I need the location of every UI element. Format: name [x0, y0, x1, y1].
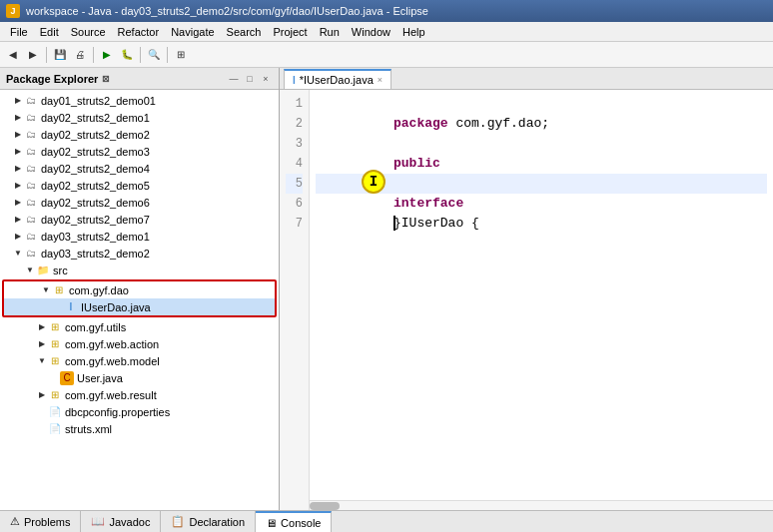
code-line-6: } — [316, 194, 767, 214]
toolbar-back-btn[interactable]: ◀ — [4, 46, 22, 64]
menu-file[interactable]: File — [4, 25, 34, 39]
toolbar-print-btn[interactable]: 🖨 — [71, 46, 89, 64]
maximize-panel-btn[interactable]: □ — [243, 72, 257, 86]
tree-item-day02-1[interactable]: ▶ 🗂 day02_struts2_demo1 — [0, 109, 279, 126]
horizontal-scrollbar[interactable] — [310, 500, 773, 510]
tree-label: com.gyf.web.result — [65, 389, 157, 401]
package-icon: ⊞ — [48, 320, 62, 334]
tab-declaration[interactable]: 📋 Declaration — [161, 511, 256, 533]
tree-item-com-gyf-web-action[interactable]: ▶ ⊞ com.gyf.web.action — [0, 335, 279, 352]
line-num-5: 5 — [286, 174, 303, 194]
tree-label: IUserDao.java — [81, 301, 151, 313]
tree-item-day02-3[interactable]: ▶ 🗂 day02_struts2_demo3 — [0, 143, 279, 160]
toolbar-run-btn[interactable]: ▶ — [98, 46, 116, 64]
package-icon: ⊞ — [52, 283, 66, 297]
menu-source[interactable]: Source — [65, 25, 112, 39]
scrollbar-thumb[interactable] — [310, 502, 340, 510]
code-editor[interactable]: 1 2 3 4 5 6 7 package com.gyf.dao; publi… — [280, 90, 773, 510]
tab-javadoc[interactable]: 📖 Javadoc — [81, 511, 161, 533]
tab-javadoc-label: Javadoc — [109, 516, 150, 528]
title-bar: J workspace - Java - day03_struts2_demo2… — [0, 0, 773, 22]
expand-icon[interactable]: ▶ — [12, 197, 24, 209]
menu-project[interactable]: Project — [267, 25, 313, 39]
code-content[interactable]: package com.gyf.dao; public interface IU… — [310, 90, 773, 510]
tree-item-dbcpconfig[interactable]: 📄 dbcpconfig.properties — [0, 403, 279, 420]
toolbar-save-btn[interactable]: 💾 — [51, 46, 69, 64]
expand-icon[interactable]: ▶ — [12, 146, 24, 158]
line-num-2: 2 — [286, 114, 303, 134]
tab-console[interactable]: 🖥 Console — [256, 511, 332, 533]
tree-item-day02-6[interactable]: ▶ 🗂 day02_struts2_demo6 — [0, 194, 279, 211]
tree-item-iuserdao[interactable]: I IUserDao.java — [4, 298, 275, 315]
tree-item-com-gyf-utils[interactable]: ▶ ⊞ com.gyf.utils — [0, 318, 279, 335]
expand-icon[interactable]: ▶ — [12, 163, 24, 175]
expand-icon[interactable]: ▶ — [12, 231, 24, 243]
properties-icon: 📄 — [48, 405, 62, 419]
tree-item-day02-2[interactable]: ▶ 🗂 day02_struts2_demo2 — [0, 126, 279, 143]
project-icon: 🗂 — [24, 247, 38, 261]
expand-icon[interactable]: ▼ — [40, 284, 52, 296]
tree-item-day02-5[interactable]: ▶ 🗂 day02_struts2_demo5 — [0, 177, 279, 194]
problems-icon: ⚠ — [10, 515, 20, 528]
tree-label: com.gyf.dao — [69, 284, 129, 296]
menu-run[interactable]: Run — [314, 25, 346, 39]
expand-icon[interactable]: ▶ — [36, 338, 48, 350]
tree-item-user-java[interactable]: C User.java — [0, 369, 279, 386]
tab-problems[interactable]: ⚠ Problems — [0, 511, 81, 533]
toolbar-forward-btn[interactable]: ▶ — [24, 46, 42, 64]
tab-close-btn[interactable]: × — [378, 75, 383, 85]
tree-item-src[interactable]: ▼ 📁 src — [0, 262, 279, 278]
expand-icon[interactable]: ▼ — [24, 265, 36, 276]
tree-item-day01[interactable]: ▶ 🗂 day01_struts2_demo01 — [0, 92, 279, 109]
tree-item-day02-7[interactable]: ▶ 🗂 day02_struts2_demo7 — [0, 211, 279, 228]
menu-search[interactable]: Search — [221, 25, 268, 39]
line-num-3: 3 — [286, 134, 303, 154]
expand-icon[interactable]: ▶ — [36, 321, 48, 333]
panel-header-icons: — □ × — [227, 72, 273, 86]
close-panel-btn[interactable]: × — [259, 72, 273, 86]
tree-label: day02_struts2_demo6 — [41, 197, 150, 209]
tree-item-com-gyf-web-result[interactable]: ▶ ⊞ com.gyf.web.result — [0, 386, 279, 403]
menu-window[interactable]: Window — [346, 25, 396, 39]
expand-icon[interactable]: ▶ — [12, 112, 24, 124]
expand-icon[interactable]: ▼ — [36, 355, 48, 367]
java-interface-icon: I — [64, 300, 78, 314]
project-icon: 🗂 — [24, 179, 38, 193]
menu-refactor[interactable]: Refactor — [112, 25, 166, 39]
tree-item-struts-xml[interactable]: 📄 struts.xml — [0, 420, 279, 437]
line-num-6: 6 — [286, 194, 303, 214]
tree-item-day02-4[interactable]: ▶ 🗂 day02_struts2_demo4 — [0, 160, 279, 177]
project-icon: 🗂 — [24, 128, 38, 142]
tree-label: dbcpconfig.properties — [65, 406, 170, 418]
expand-icon[interactable]: ▶ — [12, 95, 24, 107]
expand-icon[interactable]: ▶ — [12, 214, 24, 226]
tree-item-com-gyf-web-model[interactable]: ▼ ⊞ com.gyf.web.model — [0, 352, 279, 369]
expand-icon[interactable]: ▶ — [36, 389, 48, 401]
toolbar-debug-btn[interactable]: 🐛 — [118, 46, 136, 64]
minimize-panel-btn[interactable]: — — [227, 72, 241, 86]
editor-tab-iuserdao[interactable]: I *IUserDao.java × — [284, 69, 391, 89]
tree-item-day03-2[interactable]: ▼ 🗂 day03_struts2_demo2 — [0, 245, 279, 262]
java-class-icon: C — [60, 371, 74, 385]
menu-edit[interactable]: Edit — [34, 25, 65, 39]
menu-bar: File Edit Source Refactor Navigate Searc… — [0, 22, 773, 42]
project-icon: 🗂 — [24, 230, 38, 244]
javadoc-icon: 📖 — [91, 515, 105, 528]
tree-item-com-gyf-dao[interactable]: ▼ ⊞ com.gyf.dao — [4, 281, 275, 298]
tree-label: day03_struts2_demo1 — [41, 231, 150, 243]
menu-help[interactable]: Help — [396, 25, 431, 39]
package-tree[interactable]: ▶ 🗂 day01_struts2_demo01 ▶ 🗂 day02_strut… — [0, 90, 279, 510]
toolbar-search-btn[interactable]: 🔍 — [145, 46, 163, 64]
menu-navigate[interactable]: Navigate — [165, 25, 220, 39]
src-folder-icon: 📁 — [36, 264, 50, 277]
tree-label: day02_struts2_demo1 — [41, 112, 150, 124]
project-icon: 🗂 — [24, 213, 38, 227]
expand-icon[interactable]: ▼ — [12, 248, 24, 260]
editor-panel: I *IUserDao.java × 1 2 3 4 5 6 7 package… — [280, 68, 773, 510]
expand-icon[interactable]: ▶ — [12, 180, 24, 192]
line-num-7: 7 — [286, 214, 303, 234]
toolbar-perspective-btn[interactable]: ⊞ — [172, 46, 190, 64]
tree-item-day03-1[interactable]: ▶ 🗂 day03_struts2_demo1 — [0, 228, 279, 245]
tree-label: day01_struts2_demo01 — [41, 95, 156, 107]
expand-icon[interactable]: ▶ — [12, 129, 24, 141]
